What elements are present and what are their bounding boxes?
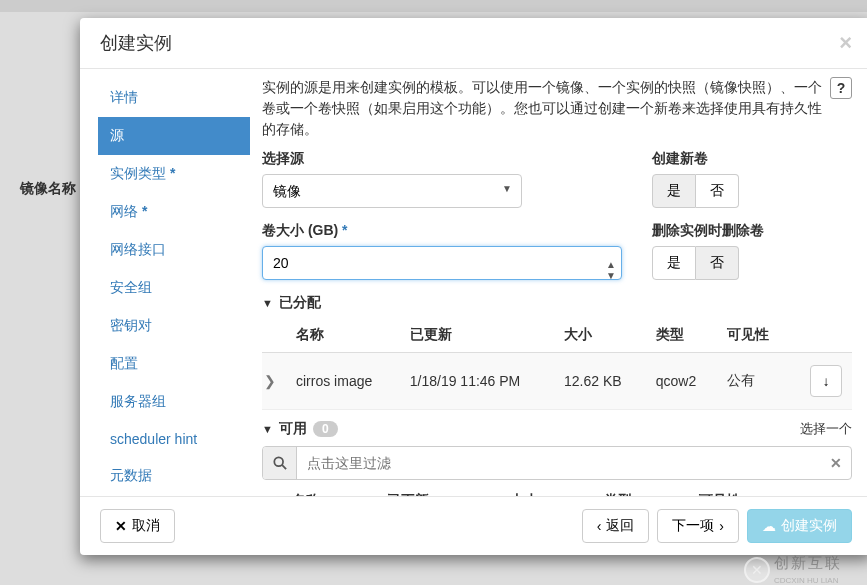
filter-input[interactable] [297, 447, 821, 479]
cell-updated: 1/18/19 11:46 PM [400, 353, 554, 410]
sidebar-item-network[interactable]: 网络 * [98, 193, 250, 231]
back-button[interactable]: ‹返回 [582, 509, 650, 543]
sidebar-item-label: 详情 [110, 89, 138, 105]
number-spinner-icon[interactable]: ▲▼ [606, 259, 616, 281]
cell-name: cirros image [286, 353, 400, 410]
close-icon[interactable]: × [839, 30, 852, 56]
select-one-hint: 选择一个 [800, 420, 852, 438]
col-size: 大小 [500, 484, 595, 496]
sidebar-item-configuration[interactable]: 配置 [98, 345, 250, 383]
launch-label: 创建实例 [781, 517, 837, 535]
sidebar-item-source[interactable]: 源 [98, 117, 250, 155]
bg-header-strip [0, 0, 867, 12]
allocated-table: 名称 已更新 大小 类型 可见性 ❯ cirros image 1/18/19 … [262, 318, 852, 410]
description-text: 实例的源是用来创建实例的模板。可以使用一个镜像、一个实例的快照（镜像快照）、一个… [262, 79, 822, 137]
volume-size-input[interactable] [262, 246, 622, 280]
filter-bar: ✕ [262, 446, 852, 480]
expand-row-icon[interactable]: ❯ [262, 353, 286, 410]
x-icon: ✕ [115, 518, 127, 534]
sidebar-item-label: 服务器组 [110, 393, 166, 409]
cell-visibility: 公有 [717, 353, 790, 410]
launch-instance-button[interactable]: ☁创建实例 [747, 509, 852, 543]
available-title: 可用 [279, 420, 307, 438]
col-type: 类型 [594, 484, 689, 496]
bg-column-image-name: 镜像名称 [20, 180, 76, 198]
delete-on-terminate-toggle: 是 否 [652, 246, 739, 280]
select-source-label: 选择源 [262, 150, 622, 168]
sidebar-item-label: 源 [110, 127, 124, 143]
sidebar-item-server-groups[interactable]: 服务器组 [98, 383, 250, 421]
source-description: 实例的源是用来创建实例的模板。可以使用一个镜像、一个实例的快照（镜像快照）、一个… [262, 77, 852, 140]
chevron-down-icon: ▼ [262, 297, 273, 309]
sidebar-item-label: scheduler hint [110, 431, 197, 447]
wizard-sidebar: 详情 源 实例类型 * 网络 * 网络接口 安全组 密钥对 配置 服务器组 sc… [80, 69, 250, 496]
chevron-down-icon: ▼ [262, 423, 273, 435]
sidebar-item-label: 实例类型 [110, 165, 166, 181]
col-type: 类型 [646, 318, 717, 353]
back-label: 返回 [606, 517, 634, 535]
create-volume-no-button[interactable]: 否 [696, 174, 739, 208]
sidebar-item-flavor[interactable]: 实例类型 * [98, 155, 250, 193]
col-updated: 已更新 [377, 484, 500, 496]
clear-filter-icon[interactable]: ✕ [821, 447, 851, 479]
main-panel: 实例的源是用来创建实例的模板。可以使用一个镜像、一个实例的快照（镜像快照）、一个… [250, 69, 867, 496]
create-volume-yes-button[interactable]: 是 [652, 174, 696, 208]
delete-on-terminate-yes-button[interactable]: 是 [652, 246, 696, 280]
sidebar-item-label: 元数据 [110, 467, 152, 483]
volume-size-label: 卷大小 (GB) * [262, 222, 622, 240]
available-header[interactable]: ▼ 可用 0 选择一个 [262, 420, 852, 438]
delete-on-terminate-label: 删除实例时删除卷 [652, 222, 852, 240]
volume-size-wrapper: ▲▼ [262, 255, 622, 271]
required-asterisk-icon: * [342, 222, 347, 238]
allocated-header[interactable]: ▼ 已分配 [262, 294, 852, 312]
sidebar-item-scheduler-hint[interactable]: scheduler hint [98, 421, 250, 457]
available-count-badge: 0 [313, 421, 338, 437]
chevron-right-icon: › [719, 518, 724, 534]
sidebar-item-security-groups[interactable]: 安全组 [98, 269, 250, 307]
required-asterisk-icon: * [170, 165, 175, 181]
next-button[interactable]: 下一项› [657, 509, 739, 543]
delete-on-terminate-no-button[interactable]: 否 [696, 246, 739, 280]
sidebar-item-label: 网络接口 [110, 241, 166, 257]
select-source-wrapper: 镜像 [262, 174, 522, 208]
create-volume-label: 创建新卷 [652, 150, 852, 168]
cancel-button[interactable]: ✕取消 [100, 509, 175, 543]
cell-type: qcow2 [646, 353, 717, 410]
sidebar-item-metadata[interactable]: 元数据 [98, 457, 250, 495]
next-label: 下一项 [672, 517, 714, 535]
svg-line-1 [282, 465, 286, 469]
table-row: ❯ cirros image 1/18/19 11:46 PM 12.62 KB… [262, 353, 852, 410]
expand-column-header [262, 318, 286, 353]
available-table: 名称 已更新 大小 类型 可见性 [262, 484, 852, 496]
col-visibility: 可见性 [717, 318, 790, 353]
col-action [812, 484, 852, 496]
select-source-dropdown[interactable]: 镜像 [262, 174, 522, 208]
col-action [791, 318, 853, 353]
cloud-upload-icon: ☁ [762, 518, 776, 534]
cell-size: 12.62 KB [554, 353, 646, 410]
col-size: 大小 [554, 318, 646, 353]
create-instance-modal: 创建实例 × 详情 源 实例类型 * 网络 * 网络接口 安全组 密钥对 配置 … [80, 18, 867, 555]
chevron-left-icon: ‹ [597, 518, 602, 534]
modal-header: 创建实例 × [80, 18, 867, 69]
sidebar-item-label: 配置 [110, 355, 138, 371]
sidebar-item-label: 密钥对 [110, 317, 152, 333]
expand-column-header [262, 484, 282, 496]
modal-title: 创建实例 [100, 31, 172, 55]
cancel-label: 取消 [132, 517, 160, 535]
svg-point-0 [274, 457, 283, 466]
arrow-down-icon: ↓ [823, 374, 830, 389]
allocated-title: 已分配 [279, 294, 321, 312]
modal-body: 详情 源 实例类型 * 网络 * 网络接口 安全组 密钥对 配置 服务器组 sc… [80, 69, 867, 496]
sidebar-item-key-pair[interactable]: 密钥对 [98, 307, 250, 345]
create-volume-toggle: 是 否 [652, 174, 739, 208]
deallocate-button[interactable]: ↓ [810, 365, 842, 397]
col-updated: 已更新 [400, 318, 554, 353]
sidebar-item-label: 安全组 [110, 279, 152, 295]
col-name: 名称 [282, 484, 377, 496]
sidebar-item-details[interactable]: 详情 [98, 79, 250, 117]
help-icon[interactable]: ? [830, 77, 852, 99]
col-name: 名称 [286, 318, 400, 353]
col-visibility: 可见性 [689, 484, 812, 496]
sidebar-item-network-ports[interactable]: 网络接口 [98, 231, 250, 269]
